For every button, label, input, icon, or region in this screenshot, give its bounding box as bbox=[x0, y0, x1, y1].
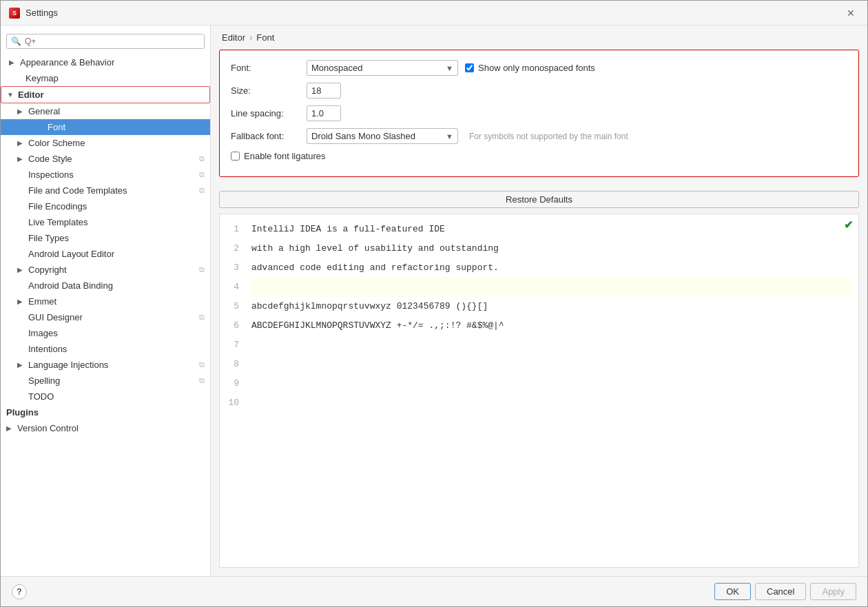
sidebar-item-color-scheme[interactable]: ▶ Color Scheme bbox=[1, 135, 210, 151]
chevron-right-icon: ▶ bbox=[17, 155, 25, 163]
title-bar: S Settings ✕ bbox=[1, 1, 867, 25]
preview-area: 1 2 3 4 5 6 7 8 9 10 IntelliJ IDEA is a … bbox=[219, 214, 859, 568]
bottom-right: OK Cancel Apply bbox=[714, 583, 856, 600]
cancel-button[interactable]: Cancel bbox=[755, 583, 806, 600]
line-number: 2 bbox=[225, 239, 239, 258]
sidebar-item-label: Editor bbox=[18, 90, 44, 100]
fallback-label: Fallback font: bbox=[231, 131, 300, 141]
content-area: 🔍 ▶ Appearance & Behavior Keymap ▼ Edito… bbox=[1, 25, 867, 576]
sidebar-item-label: Plugins bbox=[6, 407, 39, 418]
code-line bbox=[251, 374, 851, 393]
font-row: Font: Monospaced ▼ Show only monospaced … bbox=[231, 60, 847, 76]
sidebar-item-label: File Types bbox=[28, 233, 69, 243]
sidebar-item-android-data-binding[interactable]: Android Data Binding bbox=[1, 278, 210, 294]
fallback-hint: For symbols not supported by the main fo… bbox=[469, 132, 628, 141]
breadcrumb-font: Font bbox=[256, 32, 274, 43]
title-bar-left: S Settings bbox=[9, 8, 58, 19]
sidebar-item-live-templates[interactable]: Live Templates bbox=[1, 214, 210, 230]
sidebar-item-label: Color Scheme bbox=[28, 138, 85, 148]
sidebar-item-language-injections[interactable]: ▶ Language Injections ⧉ bbox=[1, 357, 210, 373]
font-dropdown[interactable]: Monospaced ▼ bbox=[307, 60, 458, 76]
sidebar-item-spelling[interactable]: Spelling ⧉ bbox=[1, 373, 210, 389]
code-line: ABCDEFGHIJKLMNOPQRSTUVWXYZ +-*/= .,;:!? … bbox=[251, 316, 851, 336]
code-line-highlighted bbox=[251, 278, 851, 297]
sidebar: 🔍 ▶ Appearance & Behavior Keymap ▼ Edito… bbox=[1, 25, 211, 576]
line-spacing-input[interactable] bbox=[307, 105, 341, 121]
font-settings-panel: Font: Monospaced ▼ Show only monospaced … bbox=[219, 50, 859, 177]
chevron-down-icon: ▼ bbox=[7, 91, 15, 99]
copy-icon: ⧉ bbox=[199, 360, 205, 369]
chevron-right-icon: ▶ bbox=[17, 266, 25, 274]
sidebar-item-editor[interactable]: ▼ Editor bbox=[1, 86, 210, 103]
sidebar-item-file-types[interactable]: File Types bbox=[1, 230, 210, 246]
chevron-right-icon: ▶ bbox=[17, 107, 25, 115]
checkmark-icon: ✔ bbox=[844, 218, 853, 232]
search-box[interactable]: 🔍 bbox=[6, 34, 205, 49]
copy-icon: ⧉ bbox=[199, 265, 205, 274]
code-line bbox=[251, 393, 851, 413]
sidebar-item-file-code-templates[interactable]: File and Code Templates ⧉ bbox=[1, 183, 210, 198]
sidebar-item-label: Version Control bbox=[17, 423, 79, 433]
code-line: abcdefghijklmnopqrstuvwxyz 0123456789 ()… bbox=[251, 297, 851, 316]
sidebar-item-version-control[interactable]: ▶ Version Control bbox=[1, 420, 210, 436]
sidebar-item-label: Font bbox=[48, 122, 65, 132]
line-number: 5 bbox=[225, 297, 239, 316]
sidebar-item-file-encodings[interactable]: File Encodings bbox=[1, 198, 210, 214]
ok-button[interactable]: OK bbox=[714, 583, 751, 600]
sidebar-item-images[interactable]: Images bbox=[1, 325, 210, 341]
sidebar-item-plugins[interactable]: Plugins bbox=[1, 404, 210, 420]
sidebar-item-label: GUI Designer bbox=[28, 312, 83, 322]
sidebar-item-keymap[interactable]: Keymap bbox=[1, 70, 210, 86]
line-spacing-row: Line spacing: bbox=[231, 105, 847, 121]
apply-button[interactable]: Apply bbox=[810, 583, 856, 600]
code-preview: IntelliJ IDEA is a full-featured IDE wit… bbox=[245, 214, 858, 567]
show-monospaced-label[interactable]: Show only monospaced fonts bbox=[478, 63, 595, 73]
main-content: Editor › Font Font: Monospaced ▼ Show on… bbox=[211, 25, 867, 576]
sidebar-item-inspections[interactable]: Inspections ⧉ bbox=[1, 167, 210, 183]
sidebar-item-copyright[interactable]: ▶ Copyright ⧉ bbox=[1, 262, 210, 278]
code-line bbox=[251, 336, 851, 355]
line-number: 4 bbox=[225, 278, 239, 297]
ligatures-checkbox[interactable] bbox=[231, 152, 240, 161]
size-input[interactable] bbox=[307, 83, 341, 99]
code-line: with a high level of usability and outst… bbox=[251, 239, 851, 258]
sidebar-item-general[interactable]: ▶ General bbox=[1, 103, 210, 119]
help-button[interactable]: ? bbox=[12, 584, 27, 599]
line-number: 1 bbox=[225, 220, 239, 239]
sidebar-item-todo[interactable]: TODO bbox=[1, 389, 210, 404]
fallback-font-dropdown[interactable]: Droid Sans Mono Slashed ▼ bbox=[307, 128, 458, 144]
sidebar-item-intentions[interactable]: Intentions bbox=[1, 341, 210, 357]
chevron-down-icon: ▼ bbox=[446, 64, 453, 72]
font-dropdown-value: Monospaced bbox=[311, 63, 362, 73]
sidebar-item-font[interactable]: Font bbox=[1, 119, 210, 135]
copy-icon: ⧉ bbox=[199, 376, 205, 385]
breadcrumb: Editor › Font bbox=[211, 25, 867, 50]
close-button[interactable]: ✕ bbox=[843, 6, 859, 20]
chevron-right-icon: ▶ bbox=[6, 424, 14, 432]
chevron-right-icon: ▶ bbox=[17, 139, 25, 147]
line-number: 7 bbox=[225, 336, 239, 355]
chevron-down-icon: ▼ bbox=[446, 132, 453, 141]
sidebar-item-emmet[interactable]: ▶ Emmet bbox=[1, 294, 210, 309]
sidebar-item-appearance[interactable]: ▶ Appearance & Behavior bbox=[1, 54, 210, 70]
restore-defaults-button[interactable]: Restore Defaults bbox=[219, 191, 859, 208]
ligatures-label[interactable]: Enable font ligatures bbox=[244, 151, 326, 161]
line-number: 9 bbox=[225, 374, 239, 393]
line-number: 10 bbox=[225, 393, 239, 413]
sidebar-item-gui-designer[interactable]: GUI Designer ⧉ bbox=[1, 309, 210, 325]
search-input[interactable] bbox=[25, 37, 200, 46]
font-label: Font: bbox=[231, 63, 300, 73]
sidebar-item-label: Inspections bbox=[28, 169, 74, 180]
show-monospaced-checkbox[interactable] bbox=[465, 63, 474, 72]
sidebar-item-label: Keymap bbox=[25, 73, 59, 83]
code-line bbox=[251, 355, 851, 374]
sidebar-item-label: Emmet bbox=[28, 296, 56, 307]
bottom-left: ? bbox=[12, 584, 27, 599]
sidebar-item-android-layout[interactable]: Android Layout Editor bbox=[1, 246, 210, 262]
bottom-bar: ? OK Cancel Apply bbox=[1, 576, 867, 606]
line-spacing-label: Line spacing: bbox=[231, 108, 300, 119]
chevron-right-icon: ▶ bbox=[9, 59, 17, 66]
sidebar-item-label: File and Code Templates bbox=[28, 185, 127, 196]
sidebar-item-code-style[interactable]: ▶ Code Style ⧉ bbox=[1, 151, 210, 167]
settings-window: S Settings ✕ 🔍 ▶ Appearance & Behavior K… bbox=[0, 0, 868, 607]
